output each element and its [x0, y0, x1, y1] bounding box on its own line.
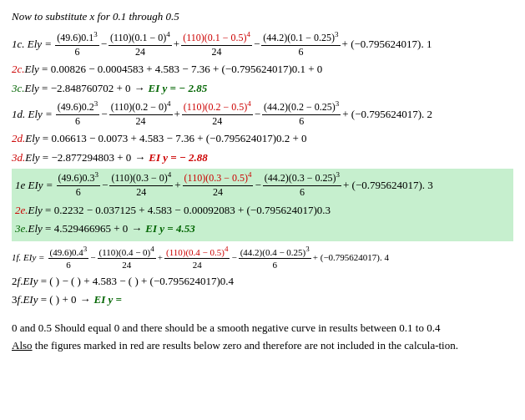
label-3d: 3d. — [12, 149, 25, 166]
equation-1c: 1c. Ely = (49.6)0.13 6 − (110)(0.1 − 0)4… — [12, 30, 513, 58]
frac-1e-2: (110)(0.3 − 0)4 24 — [109, 170, 173, 199]
result-2d: 2d. Ely = 0.06613 − 0.0073 + 4.583 − 7.3… — [12, 130, 513, 147]
result-3c: 3c. Ely = −2.848760702 + 0 → EI y = − 2.… — [12, 80, 513, 97]
result-2f: 2f. EIy = ( ) − ( ) + 4.583 − ( ) + (−0.… — [12, 273, 513, 290]
block-1c: 1c. Ely = (49.6)0.13 6 − (110)(0.1 − 0)4… — [12, 30, 513, 96]
eq-3e: Ely = 4.529466965 + 0 — [28, 220, 129, 237]
label-1f: 1f. EIy = — [12, 250, 45, 265]
frac-1e-3: (110)(0.3 − 0.5)4 24 — [183, 170, 254, 199]
op-minus-1f-2: − — [231, 250, 236, 265]
const-1f: + (−0.795624017). 4 — [313, 250, 389, 265]
op-minus-1d-2: − — [255, 106, 260, 123]
eq-3c: Ely = −2.848760702 + 0 — [25, 80, 131, 97]
final-3c: EI y = − 2.85 — [149, 80, 208, 97]
result-3f: 3f. EIy = ( ) + 0 → EI y = — [12, 291, 513, 308]
label-3e: 3e. — [15, 220, 28, 237]
frac-1c-1: (49.6)0.13 6 — [55, 30, 99, 58]
arrow-3e: → — [131, 220, 142, 237]
label-2c: 2c. — [12, 61, 25, 78]
label-1e: 1e EIy = — [15, 177, 53, 194]
eq-2c: Ely = 0.00826 − 0.0004583 + 4.583 − 7.36… — [25, 61, 323, 78]
frac-1d-1: (49.6)0.23 6 — [56, 99, 100, 128]
frac-1c-2: (110)(0.1 − 0)4 24 — [109, 30, 172, 58]
footer-notes: 0 and 0.5 Should equal 0 and there shoul… — [12, 320, 513, 355]
equation-1e: 1e EIy = (49.6)0.33 6 − (110)(0.3 − 0)4 … — [15, 170, 510, 199]
frac-1c-4: (44.2)(0.1 − 0.25)3 6 — [261, 30, 340, 58]
footer-line2-rest: the figures marked in red are results be… — [33, 339, 458, 352]
frac-1e-1: (49.6)0.33 6 — [57, 170, 101, 199]
frac-1d-2: (110)(0.2 − 0)4 24 — [109, 99, 173, 128]
const-1d: + (−0.795624017). 2 — [342, 106, 432, 123]
label-2e: 2e. — [15, 202, 28, 219]
frac-1f-1: (49.6)0.43 6 — [48, 245, 89, 271]
eq-2d: Ely = 0.06613 − 0.0073 + 4.583 − 7.36 + … — [25, 130, 306, 147]
final-3f: EI y = — [94, 291, 122, 308]
frac-1d-3: (110)(0.2 − 0.5)4 24 — [182, 99, 253, 128]
arrow-3c: → — [134, 80, 145, 97]
op-minus-1c-1: − — [101, 36, 107, 53]
op-plus-1f: + — [158, 250, 163, 265]
frac-1f-3: (110)(0.4 − 0.5)4 24 — [164, 245, 230, 271]
eq-2e: Ely = 0.2232 − 0.037125 + 4.583 − 0.0009… — [28, 202, 331, 219]
footer-line1: 0 and 0.5 Should equal 0 and there shoul… — [12, 320, 513, 337]
label-1c: 1c. Ely = — [12, 36, 52, 53]
result-3d: 3d. Ely = −2.877294803 + 0 → EI y = − 2.… — [12, 149, 513, 166]
op-minus-1c-2: − — [254, 36, 260, 53]
footer-line2: Also the figures marked in red are resul… — [12, 337, 513, 355]
frac-1e-4: (44.2)(0.3 − 0.25)3 6 — [263, 170, 341, 199]
result-2e: 2e. Ely = 0.2232 − 0.037125 + 4.583 − 0.… — [15, 202, 510, 219]
frac-1d-4: (44.2)(0.2 − 0.25)3 6 — [262, 99, 341, 128]
also-underline: Also — [12, 339, 33, 352]
op-minus-1f-1: − — [90, 250, 95, 265]
equation-1d: 1d. Ely = (49.6)0.23 6 − (110)(0.2 − 0)4… — [12, 99, 513, 128]
const-1e: + (−0.795624017). 3 — [343, 177, 433, 194]
frac-1f-4: (44.2)(0.4 − 0.25)3 6 — [239, 245, 311, 271]
label-2d: 2d. — [12, 130, 25, 147]
op-plus-1c: + — [174, 36, 179, 53]
op-minus-1d-1: − — [101, 106, 107, 123]
op-minus-1e-2: − — [255, 177, 260, 194]
label-1d: 1d. Ely = — [12, 106, 53, 123]
const-1c: + (−0.795624017). 1 — [342, 36, 432, 53]
block-1d: 1d. Ely = (49.6)0.23 6 − (110)(0.2 − 0)4… — [12, 99, 513, 165]
label-3f: 3f. — [12, 291, 23, 308]
equation-1f: 1f. EIy = (49.6)0.43 6 − (110)(0.4 − 0)4… — [12, 245, 513, 271]
block-1e: 1e EIy = (49.6)0.33 6 − (110)(0.3 − 0)4 … — [12, 169, 513, 240]
intro-text: Now to substitute x for 0.1 through 0.5 — [12, 10, 513, 23]
frac-1c-3: (110)(0.1 − 0.5)4 24 — [181, 30, 252, 58]
label-2f: 2f. — [12, 273, 23, 290]
eq-2f: EIy = ( ) − ( ) + 4.583 − ( ) + (−0.7956… — [23, 273, 234, 290]
final-3e: EI y = 4.53 — [145, 220, 194, 237]
eq-3f: EIy = ( ) + 0 — [23, 291, 76, 308]
label-3c: 3c. — [12, 80, 25, 97]
arrow-3d: → — [134, 149, 145, 166]
final-3d: EI y = − 2.88 — [149, 149, 208, 166]
result-3e: 3e. Ely = 4.529466965 + 0 → EI y = 4.53 — [15, 220, 510, 237]
op-plus-1d: + — [174, 106, 180, 123]
block-1f: 1f. EIy = (49.6)0.43 6 − (110)(0.4 − 0)4… — [12, 245, 513, 308]
op-minus-1e-1: − — [102, 177, 108, 194]
frac-1f-2: (110)(0.4 − 0)4 24 — [98, 245, 156, 271]
eq-3d: Ely = −2.877294803 + 0 — [25, 149, 131, 166]
op-plus-1e: + — [174, 177, 180, 194]
result-2c: 2c. Ely = 0.00826 − 0.0004583 + 4.583 − … — [12, 61, 513, 78]
arrow-3f: → — [80, 291, 91, 308]
